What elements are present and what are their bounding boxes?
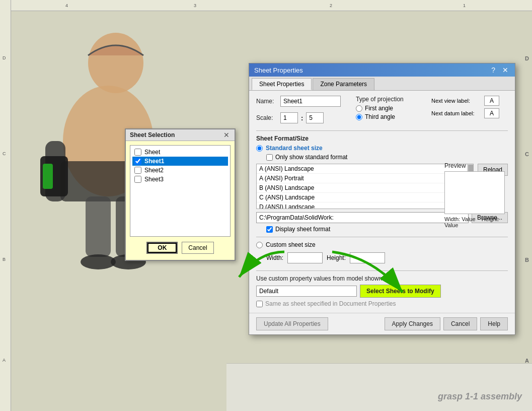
sheet-selection-close[interactable]: ✕ bbox=[222, 131, 231, 139]
third-angle-radio[interactable] bbox=[356, 114, 362, 120]
ruler-mark-1: 1 bbox=[463, 3, 466, 8]
tab-sheet-properties[interactable]: Sheet Properties bbox=[252, 78, 312, 90]
svg-point-9 bbox=[81, 254, 116, 269]
first-angle-option[interactable]: First angle bbox=[356, 105, 421, 112]
tab-zone-parameters[interactable]: Zone Parameters bbox=[313, 78, 374, 90]
next-view-row: Next view label: bbox=[431, 96, 499, 106]
custom-size-radio[interactable] bbox=[256, 242, 263, 248]
preview-area: Preview Width: Value Height: Value bbox=[444, 162, 510, 228]
sheet-selection-titlebar: Sheet Selection ✕ bbox=[126, 129, 235, 141]
footer-left: Update All Properties bbox=[256, 317, 328, 330]
list-item[interactable]: Sheet bbox=[132, 148, 228, 157]
next-datum-input[interactable] bbox=[484, 108, 499, 118]
sheet-selection-dialog: Sheet Selection ✕ Sheet Sheet1 Sheet2 bbox=[125, 128, 236, 261]
apply-changes-button[interactable]: Apply Changes bbox=[385, 317, 440, 330]
help-question-btn[interactable]: ? bbox=[490, 66, 497, 74]
sheet-props-title: Sheet Properties bbox=[254, 66, 303, 74]
svg-point-0 bbox=[88, 33, 143, 93]
scale-separator: : bbox=[301, 114, 303, 122]
standard-size-radio[interactable] bbox=[256, 145, 263, 152]
name-label: Name: bbox=[256, 98, 277, 105]
list-item[interactable]: A (ANSI) Landscape bbox=[257, 164, 473, 174]
display-format-checkbox[interactable] bbox=[266, 226, 273, 233]
next-datum-row: Next datum label: bbox=[431, 108, 499, 118]
scale-denominator[interactable] bbox=[306, 112, 324, 123]
sheet-label-2: Sheet2 bbox=[144, 167, 164, 174]
close-dialog-btn[interactable]: ✕ bbox=[501, 66, 510, 74]
scale-row: Scale: : bbox=[256, 112, 341, 123]
custom-width-input[interactable] bbox=[287, 252, 323, 263]
only-standard-checkbox[interactable] bbox=[266, 154, 273, 161]
same-as-row: Same as sheet specified in Document Prop… bbox=[256, 300, 508, 307]
sheet-label-1: Sheet1 bbox=[144, 158, 164, 165]
right-mark-C: C bbox=[525, 151, 529, 157]
list-item[interactable]: Sheet2 bbox=[132, 166, 228, 175]
height-value: Value bbox=[444, 222, 458, 228]
divider-2 bbox=[256, 237, 508, 237]
props-tabs: Sheet Properties Zone Parameters bbox=[249, 77, 515, 91]
sheet-checkbox-3[interactable] bbox=[134, 176, 141, 183]
next-view-input[interactable] bbox=[484, 96, 499, 106]
ruler-mark-2: 2 bbox=[330, 3, 332, 8]
format-list-container[interactable]: A (ANSI) Landscape A (ANSI) Portrait B (… bbox=[256, 164, 474, 209]
sheet-checkbox-1[interactable] bbox=[134, 158, 141, 165]
bottom-table-area bbox=[226, 363, 532, 411]
name-input[interactable] bbox=[280, 96, 341, 107]
first-angle-radio[interactable] bbox=[356, 105, 362, 112]
standard-size-option[interactable]: Standard sheet size bbox=[256, 145, 508, 152]
projection-group: Type of projection First angle Third ang… bbox=[356, 96, 421, 126]
sheet-label-3: Sheet3 bbox=[144, 176, 164, 183]
sheet-checkbox-list: Sheet Sheet1 Sheet2 Sheet3 bbox=[130, 145, 231, 237]
path-input[interactable] bbox=[256, 212, 469, 223]
list-item[interactable]: A (ANSI) Portrait bbox=[257, 174, 473, 183]
help-button[interactable]: Help bbox=[480, 317, 508, 330]
right-mark-D: D bbox=[525, 55, 529, 61]
custom-dims-row: Width: Height: bbox=[266, 252, 508, 263]
ruler-mark-4: 4 bbox=[65, 3, 68, 8]
third-angle-label: Third angle bbox=[365, 113, 395, 120]
next-labels-group: Next view label: Next datum label: bbox=[431, 96, 499, 126]
first-angle-label: First angle bbox=[365, 105, 393, 112]
svg-rect-5 bbox=[43, 164, 53, 189]
list-item[interactable]: B (ANSI) Landscape bbox=[257, 183, 473, 193]
cancel-button[interactable]: Cancel bbox=[443, 317, 477, 330]
next-view-label: Next view label: bbox=[431, 98, 482, 104]
next-datum-label: Next datum label: bbox=[431, 110, 482, 116]
ruler-mark-C: C bbox=[3, 151, 6, 156]
ruler-mark-D: D bbox=[3, 55, 6, 60]
props-inner: Name: Scale: : Type of projection bbox=[249, 91, 515, 313]
ruler-mark-B: B bbox=[3, 257, 6, 262]
only-standard-row: Only show standard format bbox=[266, 154, 508, 161]
only-standard-label: Only show standard format bbox=[275, 154, 347, 161]
ruler-mark-3: 3 bbox=[194, 3, 196, 8]
sheet-selection-ok[interactable]: OK bbox=[146, 242, 178, 254]
third-angle-option[interactable]: Third angle bbox=[356, 113, 421, 120]
select-sheets-button[interactable]: Select Sheets to Modify bbox=[360, 285, 441, 298]
sheet-checkbox-0[interactable] bbox=[134, 149, 141, 156]
format-list: A (ANSI) Landscape A (ANSI) Portrait B (… bbox=[257, 164, 473, 209]
sheet-selection-buttons: OK Cancel bbox=[130, 242, 231, 256]
custom-height-input[interactable] bbox=[350, 252, 385, 263]
custom-prop-section: Use custom property values from model sh… bbox=[256, 275, 508, 307]
custom-prop-dropdown[interactable] bbox=[256, 286, 357, 297]
scale-numerator[interactable] bbox=[280, 112, 298, 123]
footer-right: Apply Changes Cancel Help bbox=[385, 317, 508, 330]
sheet-checkbox-2[interactable] bbox=[134, 167, 141, 174]
custom-prop-row: Select Sheets to Modify bbox=[256, 285, 508, 298]
width-value: Value bbox=[462, 216, 475, 222]
preview-box bbox=[444, 171, 505, 214]
preview-label: Preview bbox=[444, 162, 510, 169]
update-all-button[interactable]: Update All Properties bbox=[256, 317, 328, 330]
list-item[interactable]: Sheet1 bbox=[132, 157, 228, 166]
list-item[interactable]: Sheet3 bbox=[132, 175, 228, 184]
list-item[interactable]: D (ANSI) Landscape bbox=[257, 202, 473, 209]
same-as-checkbox[interactable] bbox=[256, 301, 263, 307]
sheet-format-title: Sheet Format/Size bbox=[256, 135, 508, 142]
custom-size-label: Custom sheet size bbox=[266, 241, 316, 248]
scale-label: Scale: bbox=[256, 114, 277, 121]
sheet-selection-cancel[interactable]: Cancel bbox=[182, 242, 213, 254]
list-item[interactable]: C (ANSI) Landscape bbox=[257, 193, 473, 202]
divider-1 bbox=[256, 130, 508, 131]
standard-size-label: Standard sheet size bbox=[266, 145, 323, 152]
ruler-left: D C B A bbox=[0, 0, 11, 411]
